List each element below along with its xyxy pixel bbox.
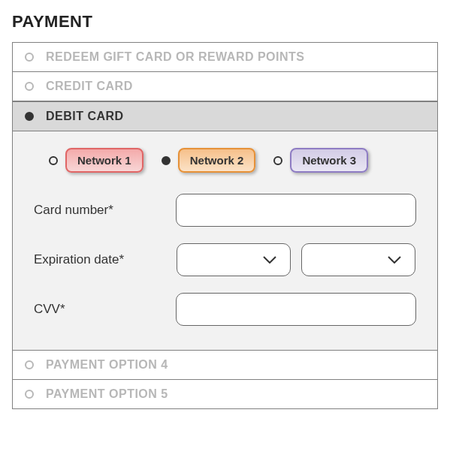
cvv-row: CVV* [34,293,416,326]
debit-card-panel: Network 1 Network 2 Network 3 Card numbe… [13,131,437,351]
cvv-label: CVV* [34,302,176,317]
network-selector: Network 1 Network 2 Network 3 [34,148,416,173]
network-chip: Network 3 [290,148,368,173]
expiration-dropdown-group [177,243,415,276]
expiration-row: Expiration date* [34,243,416,276]
method-redeem[interactable]: REDEEM GIFT CARD OR REWARD POINTS [13,43,437,72]
method-label: PAYMENT OPTION 5 [46,387,168,401]
network-1-option[interactable]: Network 1 [49,148,143,173]
method-credit-card[interactable]: CREDIT CARD [13,72,437,101]
radio-unselected-icon [273,156,282,165]
radio-unselected-icon [25,82,34,91]
method-debit-card[interactable]: DEBIT CARD [13,101,437,131]
radio-selected-icon [162,156,171,165]
payment-methods-accordion: REDEEM GIFT CARD OR REWARD POINTS CREDIT… [12,42,438,409]
method-label: REDEEM GIFT CARD OR REWARD POINTS [46,50,305,64]
page-title: PAYMENT [12,12,438,32]
radio-unselected-icon [25,390,34,399]
radio-unselected-icon [49,156,58,165]
card-number-label: Card number* [34,203,176,218]
network-2-option[interactable]: Network 2 [162,148,256,173]
chevron-down-icon [388,256,401,264]
cvv-input[interactable] [176,293,416,326]
chevron-down-icon [263,256,276,264]
method-option-4[interactable]: PAYMENT OPTION 4 [13,351,437,380]
radio-selected-icon [25,112,34,121]
expiration-label: Expiration date* [34,252,177,267]
network-3-option[interactable]: Network 3 [273,148,368,173]
method-label: PAYMENT OPTION 4 [46,358,168,372]
network-chip: Network 1 [65,148,143,173]
method-label: DEBIT CARD [46,110,124,123]
network-chip: Network 2 [178,148,256,173]
card-number-row: Card number* [34,194,416,227]
card-number-input[interactable] [176,194,416,227]
method-option-5[interactable]: PAYMENT OPTION 5 [13,380,437,408]
expiration-month-dropdown[interactable] [177,243,291,276]
radio-unselected-icon [25,360,34,369]
radio-unselected-icon [25,53,34,62]
expiration-year-dropdown[interactable] [301,243,415,276]
method-label: CREDIT CARD [46,80,133,93]
